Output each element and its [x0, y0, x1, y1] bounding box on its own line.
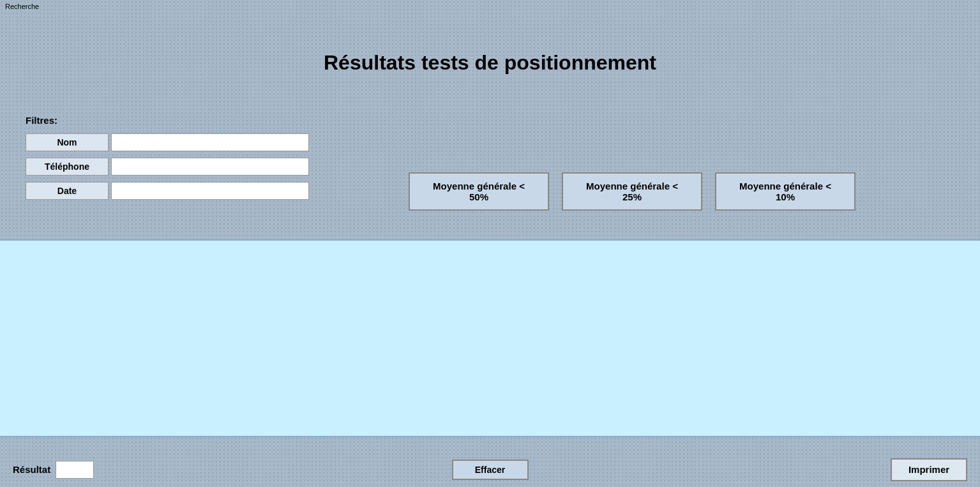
filter-row-date: Date	[26, 182, 309, 200]
filter-input-telephone[interactable]	[111, 158, 309, 176]
avg-btn-25[interactable]: Moyenne générale < 25%	[562, 172, 702, 211]
filter-row-telephone: Téléphone	[26, 158, 309, 176]
filter-label-date: Date	[26, 182, 109, 200]
filters-section: Filtres: Nom Téléphone Date	[26, 115, 309, 206]
filter-row-nom: Nom	[26, 133, 309, 151]
filter-label-nom: Nom	[26, 133, 109, 151]
imprimer-button[interactable]: Imprimer	[891, 458, 967, 481]
main-container: Recherche Résultats tests de positionnem…	[0, 0, 980, 487]
filter-label-telephone: Téléphone	[26, 158, 109, 176]
filters-label: Filtres:	[26, 115, 309, 126]
effacer-button[interactable]: Effacer	[452, 460, 529, 480]
page-title: Résultats tests de positionnement	[0, 51, 980, 75]
resultat-label: Résultat	[13, 464, 50, 475]
filter-input-date[interactable]	[111, 182, 309, 200]
avg-btn-50[interactable]: Moyenne générale < 50%	[409, 172, 549, 211]
filter-input-nom[interactable]	[111, 133, 309, 151]
avg-btn-10[interactable]: Moyenne générale < 10%	[715, 172, 856, 211]
filter-buttons: Moyenne générale < 50% Moyenne générale …	[409, 172, 856, 211]
bottom-bar: Résultat Effacer Imprimer	[0, 452, 980, 487]
app-title: Recherche	[5, 3, 39, 10]
results-area	[0, 239, 980, 437]
resultat-input[interactable]	[56, 461, 94, 479]
